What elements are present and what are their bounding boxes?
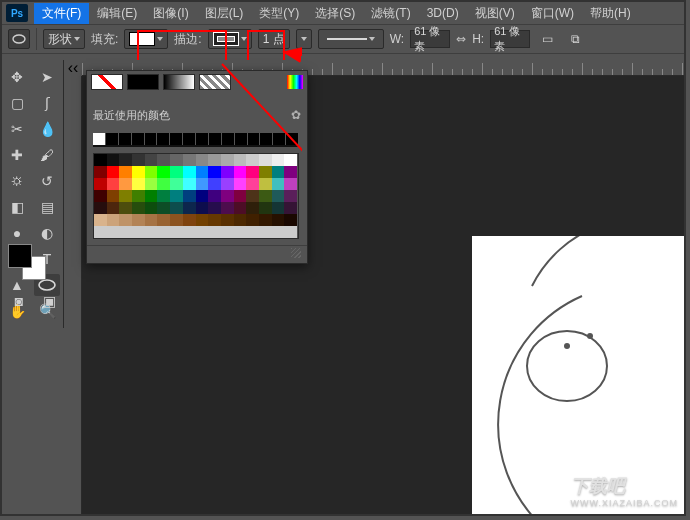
swatch-color[interactable] — [170, 166, 183, 178]
swatch-color[interactable] — [132, 214, 145, 226]
swatch-color[interactable] — [107, 226, 120, 238]
swatch-color[interactable] — [234, 226, 247, 238]
swatch-color[interactable] — [208, 154, 221, 166]
swatch-color[interactable] — [259, 214, 272, 226]
swatch-color[interactable] — [196, 166, 209, 178]
swatch-color[interactable] — [170, 154, 183, 166]
swatch-color[interactable] — [157, 166, 170, 178]
swatch-color[interactable] — [94, 214, 107, 226]
swatch-color[interactable] — [196, 214, 209, 226]
crop-tool[interactable]: ✂ — [4, 118, 30, 140]
swatch-color[interactable] — [132, 190, 145, 202]
path-options-icon[interactable]: ▭ — [536, 29, 558, 49]
swatch-color[interactable] — [284, 226, 297, 238]
swatch-color[interactable] — [94, 154, 107, 166]
swatch-color[interactable] — [132, 178, 145, 190]
swatch-color[interactable] — [157, 226, 170, 238]
swatch-color[interactable] — [170, 190, 183, 202]
swatch-color[interactable] — [107, 166, 120, 178]
swatch-color[interactable] — [196, 178, 209, 190]
swatch-color[interactable] — [119, 178, 132, 190]
swatch-color[interactable] — [157, 202, 170, 214]
swatch-color[interactable] — [259, 190, 272, 202]
healing-tool[interactable]: ✚ — [4, 144, 30, 166]
stroke-type-dropdown[interactable] — [318, 29, 384, 49]
recent-swatches[interactable] — [93, 133, 299, 147]
menu-image[interactable]: 图像(I) — [145, 3, 196, 24]
swatch-color[interactable] — [145, 154, 158, 166]
swatch-color[interactable] — [119, 154, 132, 166]
swatch-color[interactable] — [183, 166, 196, 178]
swatch-color[interactable] — [221, 154, 234, 166]
swatch-color[interactable] — [145, 202, 158, 214]
swatch-color[interactable] — [170, 226, 183, 238]
arrow-tool[interactable]: ➤ — [34, 66, 60, 88]
swatch-color[interactable] — [221, 190, 234, 202]
swatch-color[interactable] — [272, 178, 285, 190]
swatch-color[interactable] — [246, 190, 259, 202]
swatch-color[interactable] — [284, 178, 297, 190]
swatch-color[interactable] — [183, 202, 196, 214]
swatch-color[interactable] — [145, 214, 158, 226]
width-input[interactable]: 61 像素 — [410, 30, 450, 48]
stamp-tool[interactable]: ⛭ — [4, 170, 30, 192]
swatch-color[interactable] — [272, 226, 285, 238]
swatch-color[interactable] — [94, 166, 107, 178]
swatch-color[interactable] — [94, 178, 107, 190]
eraser-tool[interactable]: ◧ — [4, 196, 30, 218]
swatch-color[interactable] — [284, 202, 297, 214]
swatch-color[interactable] — [246, 202, 259, 214]
resize-grip-icon[interactable] — [291, 248, 301, 258]
height-input[interactable]: 61 像素 — [490, 30, 530, 48]
move-tool[interactable]: ✥ — [4, 66, 30, 88]
swatch-color[interactable] — [183, 214, 196, 226]
swatch-color[interactable] — [145, 226, 158, 238]
swatch-color[interactable] — [119, 190, 132, 202]
swatch-color[interactable] — [145, 166, 158, 178]
link-wh-icon[interactable]: ⇔ — [456, 32, 466, 46]
swatch-color[interactable] — [208, 178, 221, 190]
swatch-color[interactable] — [284, 154, 297, 166]
swatch-color[interactable] — [208, 166, 221, 178]
shape-mode-dropdown[interactable]: 形状 — [43, 29, 85, 49]
swatch-color[interactable] — [94, 190, 107, 202]
swatch-color[interactable] — [107, 154, 120, 166]
stroke-style-dropdown[interactable] — [296, 29, 312, 49]
fill-pattern-tab[interactable] — [199, 74, 231, 90]
gear-icon[interactable]: ✿ — [291, 108, 301, 122]
menu-help[interactable]: 帮助(H) — [582, 3, 639, 24]
swatch-color[interactable] — [234, 154, 247, 166]
swatch-color[interactable] — [246, 166, 259, 178]
color-picker-icon[interactable] — [287, 75, 303, 89]
swatch-color[interactable] — [170, 214, 183, 226]
swatch-color[interactable] — [259, 154, 272, 166]
swatch-color[interactable] — [259, 178, 272, 190]
swatch-color[interactable] — [132, 202, 145, 214]
swatch-color[interactable] — [119, 202, 132, 214]
swatch-color[interactable] — [284, 166, 297, 178]
lasso-tool[interactable]: ʃ — [34, 92, 60, 114]
swatch-color[interactable] — [259, 166, 272, 178]
menu-filter[interactable]: 滤镜(T) — [363, 3, 418, 24]
swatch-color[interactable] — [272, 214, 285, 226]
swatch-color[interactable] — [94, 226, 107, 238]
foreground-color-swatch[interactable] — [8, 244, 32, 268]
swatch-color[interactable] — [145, 178, 158, 190]
gradient-tool[interactable]: ▤ — [34, 196, 60, 218]
marquee-tool[interactable]: ▢ — [4, 92, 30, 114]
fill-color-button[interactable] — [124, 29, 168, 49]
swatch-color[interactable] — [119, 226, 132, 238]
swatch-color[interactable] — [234, 178, 247, 190]
swatch-color[interactable] — [208, 202, 221, 214]
menu-file[interactable]: 文件(F) — [34, 3, 89, 24]
align-icon[interactable]: ⧉ — [564, 29, 586, 49]
swatch-color[interactable] — [196, 226, 209, 238]
tool-preset-icon[interactable] — [8, 29, 30, 49]
history-brush-tool[interactable]: ↺ — [34, 170, 60, 192]
swatch-color[interactable] — [234, 166, 247, 178]
swatch-color[interactable] — [208, 226, 221, 238]
swatch-color[interactable] — [246, 226, 259, 238]
swatch-color[interactable] — [234, 190, 247, 202]
fill-solid-tab[interactable] — [127, 74, 159, 90]
swatch-color[interactable] — [272, 166, 285, 178]
